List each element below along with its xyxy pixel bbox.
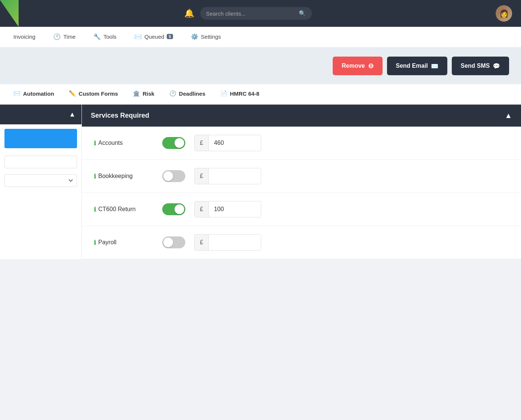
- main-content: ▲ Services Required ▲ ℹ Accounts £: [0, 105, 521, 259]
- time-label: Time: [63, 34, 76, 40]
- time-icon: 🕐: [53, 33, 61, 40]
- hmrc-icon: 📄: [220, 90, 227, 97]
- service-row-bookkeeping: ℹ Bookkeeping £: [82, 160, 521, 193]
- send-email-button[interactable]: Send Email ✉️: [387, 57, 447, 75]
- send-sms-label: Send SMS: [461, 63, 490, 69]
- tab-deadlines-label: Deadlines: [179, 90, 205, 97]
- nav-item-settings[interactable]: ⚙️ Settings: [189, 27, 223, 48]
- sidebar-text-input[interactable]: [4, 156, 77, 168]
- queued-icon: ✉️: [134, 33, 142, 40]
- services-header[interactable]: Services Required ▲: [82, 105, 521, 127]
- bookkeeping-currency-symbol: £: [195, 168, 209, 184]
- service-row-payroll: ℹ Payroll £: [82, 226, 521, 259]
- nav-item-queued[interactable]: ✉️ Queued 5: [133, 27, 175, 48]
- bookkeeping-currency-group: £: [194, 168, 261, 184]
- accounts-amount-input[interactable]: [209, 135, 261, 151]
- payroll-currency-group: £: [194, 234, 261, 251]
- top-bar: 🔔 🔍 👩: [0, 0, 521, 27]
- avatar[interactable]: 👩: [496, 5, 512, 22]
- custom-forms-icon: ✏️: [69, 90, 76, 97]
- ct600-label: ℹ CT600 Return: [94, 206, 153, 213]
- bell-icon[interactable]: 🔔: [184, 9, 194, 18]
- bookkeeping-toggle[interactable]: [162, 170, 185, 182]
- payroll-label: ℹ Payroll: [94, 239, 153, 246]
- tools-label: Tools: [103, 34, 116, 40]
- tab-custom-forms-label: Custom Forms: [79, 90, 118, 97]
- remove-button[interactable]: Remove ⊖: [333, 57, 382, 75]
- settings-label: Settings: [201, 34, 221, 40]
- payroll-currency-symbol: £: [195, 235, 209, 250]
- top-bar-center: 🔔 🔍: [184, 7, 312, 20]
- tools-icon: 🔧: [93, 33, 101, 40]
- logo: [0, 0, 19, 27]
- accounts-label: ℹ Accounts: [94, 140, 153, 147]
- payroll-toggle[interactable]: [162, 236, 185, 248]
- tab-hmrc-label: HMRC 64-8: [230, 90, 259, 97]
- risk-icon: 🏛️: [133, 90, 140, 97]
- ct600-currency-group: £: [194, 201, 261, 217]
- sidebar-dropdown[interactable]: [4, 174, 77, 187]
- search-input[interactable]: [206, 10, 295, 17]
- left-sidebar: ▲: [0, 105, 82, 259]
- accounts-info-icon[interactable]: ℹ: [94, 140, 96, 147]
- tab-risk-label: Risk: [143, 90, 154, 97]
- nav-item-tools[interactable]: 🔧 Tools: [92, 27, 118, 48]
- accounts-currency-group: £: [194, 135, 261, 151]
- search-icon: 🔍: [299, 10, 306, 17]
- bookkeeping-info-icon[interactable]: ℹ: [94, 173, 96, 180]
- sidebar-blue-bar: [4, 129, 77, 148]
- tab-row: ✉️ Automation ✏️ Custom Forms 🏛️ Risk 🕐 …: [0, 84, 521, 105]
- sidebar-collapse-header[interactable]: ▲: [0, 105, 81, 124]
- tab-risk[interactable]: 🏛️ Risk: [125, 84, 162, 104]
- ct600-amount-input[interactable]: [209, 201, 261, 217]
- sms-icon: 💬: [493, 63, 500, 70]
- tab-custom-forms[interactable]: ✏️ Custom Forms: [61, 84, 125, 104]
- ct600-info-icon[interactable]: ℹ: [94, 206, 96, 213]
- remove-icon: ⊖: [368, 62, 374, 70]
- ct600-toggle[interactable]: [162, 203, 185, 215]
- tab-automation-label: Automation: [23, 90, 54, 97]
- accounts-currency-symbol: £: [195, 135, 209, 151]
- remove-label: Remove: [342, 63, 365, 69]
- service-row-accounts: ℹ Accounts £: [82, 127, 521, 160]
- search-bar: 🔍: [200, 7, 312, 20]
- email-icon: ✉️: [431, 63, 438, 70]
- avatar-image: 👩: [496, 5, 512, 22]
- invoicing-label: Invoicing: [13, 34, 35, 40]
- nav-row: Invoicing 🕐 Time 🔧 Tools ✉️ Queued 5 ⚙️ …: [0, 27, 521, 48]
- payroll-amount-input[interactable]: [209, 235, 261, 250]
- nav-item-time[interactable]: 🕐 Time: [52, 27, 77, 48]
- settings-icon: ⚙️: [191, 33, 198, 40]
- nav-item-invoicing[interactable]: Invoicing: [12, 27, 37, 48]
- payroll-info-icon[interactable]: ℹ: [94, 239, 96, 246]
- services-chevron-icon: ▲: [505, 111, 512, 120]
- accounts-toggle[interactable]: [162, 137, 185, 149]
- service-row-ct600: ℹ CT600 Return £: [82, 193, 521, 226]
- queued-badge: 5: [167, 34, 173, 39]
- send-sms-button[interactable]: Send SMS 💬: [452, 57, 509, 75]
- services-panel: Services Required ▲ ℹ Accounts £ ℹ: [82, 105, 521, 259]
- deadlines-icon: 🕐: [169, 90, 176, 97]
- tab-hmrc[interactable]: 📄 HMRC 64-8: [213, 84, 267, 104]
- automation-icon: ✉️: [13, 90, 20, 97]
- send-email-label: Send Email: [396, 63, 428, 69]
- tab-automation[interactable]: ✉️ Automation: [6, 84, 61, 104]
- action-bar: Remove ⊖ Send Email ✉️ Send SMS 💬: [0, 48, 521, 84]
- bookkeeping-amount-input[interactable]: [209, 168, 261, 184]
- sidebar-chevron-up-icon: ▲: [69, 111, 76, 118]
- bookkeeping-label: ℹ Bookkeeping: [94, 173, 153, 180]
- tab-deadlines[interactable]: 🕐 Deadlines: [162, 84, 213, 104]
- queued-label: Queued: [144, 34, 164, 40]
- services-title: Services Required: [91, 112, 149, 120]
- ct600-currency-symbol: £: [195, 201, 209, 217]
